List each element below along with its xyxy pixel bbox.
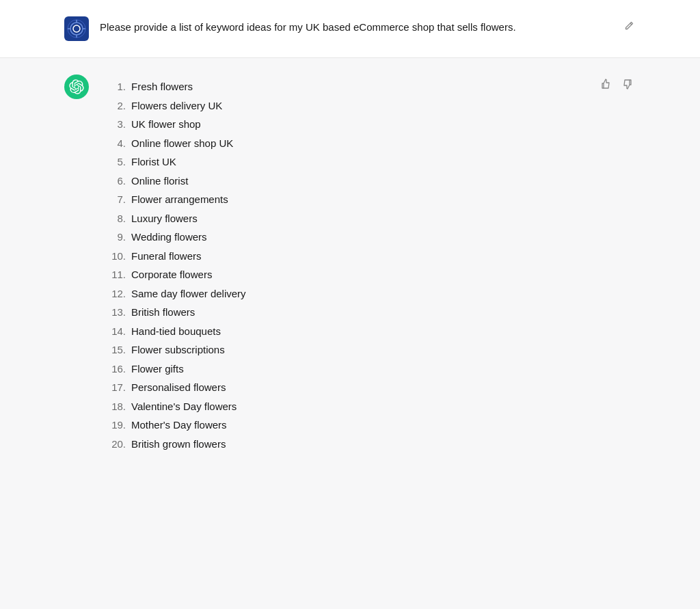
item-number: 11. <box>100 266 126 284</box>
list-item: 19.Mother's Day flowers <box>100 416 636 435</box>
list-item: 6.Online florist <box>100 172 636 191</box>
thumbs-up-button[interactable] <box>597 77 614 94</box>
list-item: 8.Luxury flowers <box>100 209 636 228</box>
item-text: Flower gifts <box>131 360 184 378</box>
dmc-logo-icon <box>67 19 86 38</box>
chat-container: Please provide a list of keyword ideas f… <box>0 0 700 470</box>
item-text: Corporate flowers <box>131 266 212 284</box>
list-item: 3.UK flower shop <box>100 115 636 134</box>
assistant-avatar <box>64 75 89 99</box>
list-item: 15.Flower subscriptions <box>100 340 636 360</box>
list-item: 1.Fresh flowers <box>100 77 636 96</box>
assistant-message-block: 1.Fresh flowers2.Flowers delivery UK3.UK… <box>0 58 700 470</box>
item-number: 4. <box>100 135 126 152</box>
item-text: Valentine's Day flowers <box>131 398 237 416</box>
item-text: Flower subscriptions <box>131 341 225 359</box>
item-text: Luxury flowers <box>131 210 198 228</box>
item-number: 6. <box>100 172 126 190</box>
assistant-message-row: 1.Fresh flowers2.Flowers delivery UK3.UK… <box>42 75 658 453</box>
list-item: 12.Same day flower delivery <box>100 284 636 303</box>
item-number: 17. <box>100 379 126 396</box>
item-number: 7. <box>100 191 126 208</box>
item-text: Personalised flowers <box>131 379 226 396</box>
item-text: British grown flowers <box>131 435 226 453</box>
item-text: Online flower shop UK <box>131 135 233 152</box>
list-item: 11.Corporate flowers <box>100 265 636 284</box>
keyword-list: 1.Fresh flowers2.Flowers delivery UK3.UK… <box>100 77 636 453</box>
item-number: 10. <box>100 247 126 265</box>
list-item: 9.Wedding flowers <box>100 228 636 247</box>
user-message-actions <box>622 19 636 33</box>
list-item: 13.British flowers <box>100 303 636 322</box>
item-text: Hand-tied bouquets <box>131 323 221 340</box>
item-number: 12. <box>100 285 126 303</box>
user-message-block: Please provide a list of keyword ideas f… <box>0 0 700 58</box>
item-number: 19. <box>100 416 126 434</box>
list-item: 14.Hand-tied bouquets <box>100 322 636 341</box>
item-number: 8. <box>100 210 126 228</box>
item-number: 15. <box>100 341 126 359</box>
list-item: 5.Florist UK <box>100 152 636 172</box>
item-text: UK flower shop <box>131 116 201 133</box>
item-number: 5. <box>100 153 126 171</box>
item-number: 13. <box>100 303 126 321</box>
assistant-message-actions <box>597 77 636 94</box>
list-item: 17.Personalised flowers <box>100 378 636 397</box>
item-number: 1. <box>100 78 126 96</box>
list-item: 18.Valentine's Day flowers <box>100 397 636 416</box>
user-message-row: Please provide a list of keyword ideas f… <box>42 16 658 41</box>
assistant-message-content: 1.Fresh flowers2.Flowers delivery UK3.UK… <box>100 75 636 453</box>
item-text: Wedding flowers <box>131 228 207 246</box>
item-text: Funeral flowers <box>131 247 202 265</box>
item-number: 2. <box>100 97 126 115</box>
list-item: 7.Flower arrangements <box>100 190 636 209</box>
openai-icon <box>69 79 84 94</box>
item-number: 16. <box>100 360 126 378</box>
item-text: Flower arrangements <box>131 191 228 208</box>
item-number: 20. <box>100 435 126 453</box>
item-text: Same day flower delivery <box>131 285 246 303</box>
item-text: British flowers <box>131 303 195 321</box>
list-item: 10.Funeral flowers <box>100 247 636 266</box>
list-item: 16.Flower gifts <box>100 360 636 379</box>
item-text: Mother's Day flowers <box>131 416 227 434</box>
item-number: 18. <box>100 398 126 416</box>
list-item: 2.Flowers delivery UK <box>100 96 636 116</box>
item-number: 9. <box>100 228 126 246</box>
item-text: Online florist <box>131 172 188 190</box>
item-text: Fresh flowers <box>131 78 193 96</box>
item-number: 14. <box>100 323 126 340</box>
thumbs-down-button[interactable] <box>619 77 636 94</box>
user-avatar <box>64 16 89 41</box>
item-text: Florist UK <box>131 153 176 171</box>
item-text: Flowers delivery UK <box>131 97 222 115</box>
list-item: 20.British grown flowers <box>100 435 636 454</box>
user-message-text: Please provide a list of keyword ideas f… <box>100 16 636 36</box>
edit-icon[interactable] <box>622 19 636 33</box>
list-item: 4.Online flower shop UK <box>100 134 636 153</box>
item-number: 3. <box>100 116 126 133</box>
